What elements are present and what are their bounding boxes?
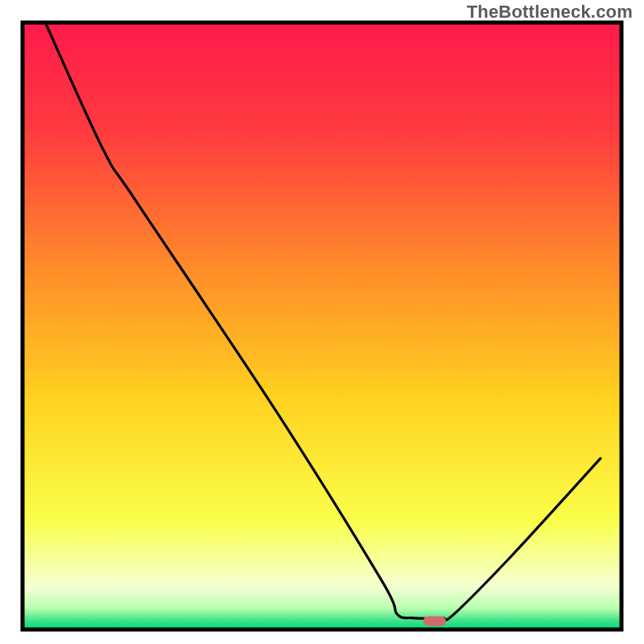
optimal-marker (423, 616, 446, 625)
chart-frame: TheBottleneck.com (0, 0, 644, 644)
gradient-background (23, 23, 621, 630)
watermark-text: TheBottleneck.com (467, 2, 633, 23)
bottleneck-chart (0, 0, 644, 644)
